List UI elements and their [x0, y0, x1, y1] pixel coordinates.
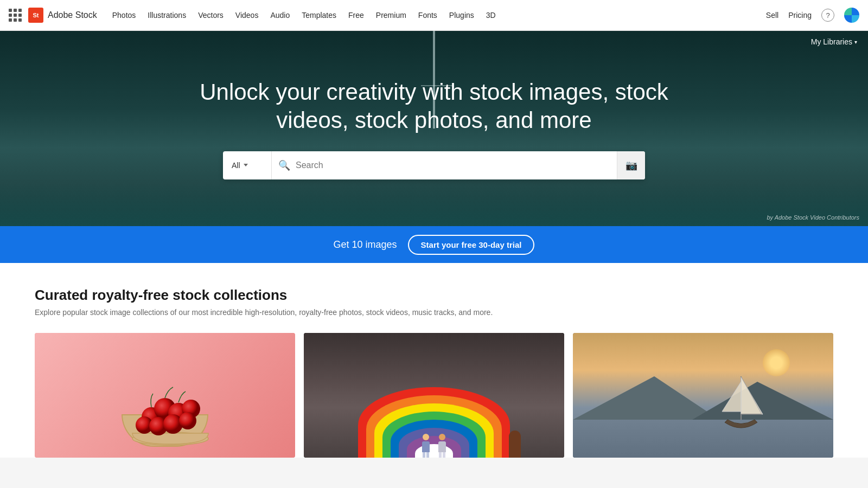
camera-icon: 📷 — [626, 159, 637, 171]
logo-text: Adobe Stock — [48, 10, 97, 20]
promo-banner: Get 10 images Start your free 30-day tri… — [0, 226, 868, 263]
sailboat-water — [573, 420, 833, 458]
hero-title: Unlock your creativity with stock images… — [190, 78, 678, 135]
sailboat-mountains — [573, 376, 833, 420]
sailboat-svg — [714, 371, 768, 436]
chevron-down-icon — [244, 164, 248, 166]
nav-fonts[interactable]: Fonts — [418, 11, 437, 20]
hero-content: Unlock your creativity with stock images… — [190, 78, 678, 135]
rainbow-people — [420, 434, 448, 458]
nav-photos[interactable]: Photos — [112, 11, 136, 20]
collections-section: Curated royalty-free stock collections E… — [0, 263, 868, 458]
nav-plugins[interactable]: Plugins — [449, 11, 474, 20]
nav-free[interactable]: Free — [348, 11, 364, 20]
trial-button[interactable]: Start your free 30-day trial — [408, 235, 535, 255]
cherry-bowl-illustration — [122, 414, 208, 447]
collections-grid — [35, 333, 833, 458]
visual-search-button[interactable]: 📷 — [617, 151, 645, 179]
search-category-label: All — [232, 161, 240, 170]
help-icon[interactable]: ? — [821, 9, 834, 22]
chevron-down-icon: ▾ — [854, 39, 857, 45]
collection-card-sailboat[interactable] — [573, 333, 833, 458]
nav-premium[interactable]: Premium — [376, 11, 406, 20]
collection-card-cherries[interactable] — [35, 333, 295, 458]
nav-videos[interactable]: Videos — [235, 11, 259, 20]
nav-right: Sell Pricing ? — [766, 8, 859, 23]
globe-icon[interactable] — [844, 8, 859, 23]
search-icon: 🔍 — [278, 159, 290, 171]
nav-3d[interactable]: 3D — [486, 11, 496, 20]
logo-badge: St — [28, 8, 43, 23]
nav-sell[interactable]: Sell — [766, 11, 778, 20]
cherries-svg — [122, 382, 219, 447]
search-input-wrap: 🔍 — [272, 151, 617, 179]
hero-attribution: by Adobe Stock Video Contributors — [767, 214, 859, 221]
grid-menu-icon[interactable] — [9, 9, 22, 22]
nav-illustrations[interactable]: Illustrations — [148, 11, 186, 20]
collections-title: Curated royalty-free stock collections — [35, 287, 833, 304]
nav-vectors[interactable]: Vectors — [198, 11, 224, 20]
search-bar: All 🔍 📷 — [223, 151, 645, 179]
search-input[interactable] — [296, 160, 610, 170]
nav-audio[interactable]: Audio — [270, 11, 290, 20]
person-2 — [437, 434, 448, 458]
rainbow-door — [509, 431, 521, 458]
search-category-select[interactable]: All — [223, 151, 272, 179]
collections-subtitle: Explore popular stock image collections … — [35, 308, 833, 317]
svg-point-8 — [179, 412, 196, 429]
nav-templates[interactable]: Templates — [302, 11, 336, 20]
my-libraries-button[interactable]: My Libraries ▾ — [811, 37, 857, 46]
nav-links: Photos Illustrations Vectors Videos Audi… — [112, 11, 766, 20]
navbar: St Adobe Stock Photos Illustrations Vect… — [0, 0, 868, 31]
logo[interactable]: St Adobe Stock — [28, 8, 97, 23]
collection-card-rainbow[interactable] — [304, 333, 564, 458]
my-libraries-label: My Libraries — [811, 37, 852, 46]
promo-text: Get 10 images — [334, 239, 397, 251]
hero-section: My Libraries ▾ Unlock your creativity wi… — [0, 31, 868, 226]
person-1 — [420, 434, 431, 458]
nav-pricing[interactable]: Pricing — [788, 11, 812, 20]
